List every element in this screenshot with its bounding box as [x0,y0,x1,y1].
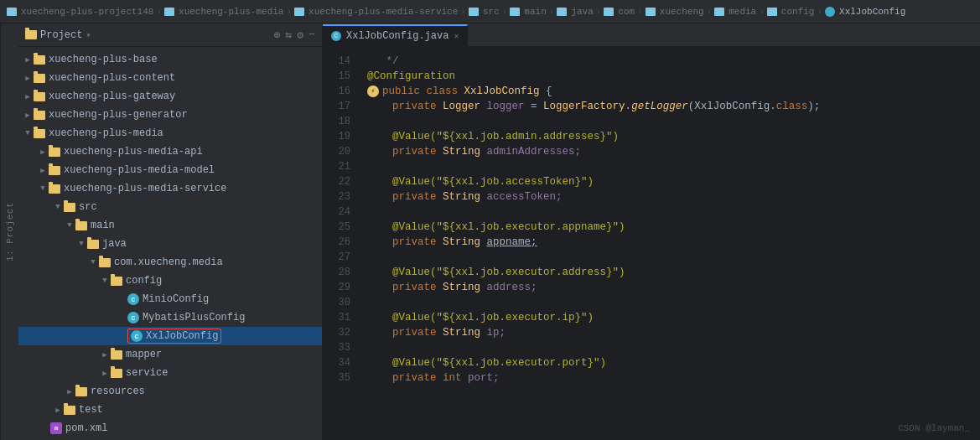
list-item[interactable]: ▼ xuecheng-plus-media-service [18,179,322,198]
list-item[interactable]: ▶ resources [18,382,322,401]
expand-arrow: ▶ [37,148,49,157]
add-item-icon[interactable]: ⊕ [274,28,281,42]
bc-media-pkg[interactable]: media [714,7,756,17]
list-item[interactable]: m pom.xml [18,419,322,437]
list-item[interactable]: ▶ xuecheng-plus-generator [18,106,322,124]
list-item[interactable]: ▼ java [18,235,322,253]
editor-tab-xxljobconfig[interactable]: C XxlJobConfig.java ✕ [323,24,468,46]
code-line: private String appname; [367,235,980,250]
expand-arrow: ▼ [52,203,64,211]
list-item[interactable]: C MybatisPlusConfig [18,308,322,327]
code-area[interactable]: */@Configuration⚡public class XxlJobConf… [360,47,980,440]
line-number: 33 [323,340,350,355]
class-icon: C [127,293,139,305]
code-token [367,280,392,295]
code-token: (XxlJobConfig. [688,99,776,114]
line-number: 30 [323,295,350,310]
list-item[interactable]: ▼ config [18,272,322,290]
code-token [367,99,392,114]
list-item[interactable]: C XxlJobConfig [18,327,322,345]
folder-icon [34,74,45,83]
bc-main[interactable]: main [510,7,546,17]
list-item[interactable]: ▶ test [18,401,322,419]
line-number: 32 [323,325,350,340]
list-item[interactable]: ▶ xuecheng-plus-content [18,69,322,87]
folder-icon [99,258,111,267]
bc-com[interactable]: com [604,7,635,17]
code-token: private [392,325,443,340]
code-token: adminAddresses; [487,144,582,159]
list-item[interactable]: C MinioConfig [18,290,322,308]
line-number: 24 [323,204,350,220]
bc-media-service[interactable]: xuecheng-plus-media-service [294,7,458,17]
bc-java[interactable]: java [557,7,593,17]
list-item[interactable]: ▶ xuecheng-plus-media-model [18,161,322,179]
bc-src[interactable]: src [469,7,500,17]
folder-icon-bc3 [294,8,304,16]
code-token: private [392,370,443,386]
line-number: 23 [323,189,350,204]
bc-xxljobconfig[interactable]: XxlJobConfig [825,7,905,17]
folder-icon [64,203,75,212]
file-tree-title: Project ▾ [25,29,91,41]
list-item[interactable]: ▼ xuecheng-plus-media [18,124,322,142]
code-token: private [392,144,443,159]
line-numbers: 1415161718192021222324252627282930313233… [323,47,360,440]
list-item[interactable]: ▶ xuecheng-plus-media-api [18,142,322,161]
expand-arrow: ▶ [99,369,111,378]
tab-close-button[interactable]: ✕ [454,31,459,41]
list-item[interactable]: ▶ xuecheng-plus-gateway [18,87,322,106]
code-line: @Value("${xxl.job.executor.address}") [367,265,980,280]
bc-xuecheng[interactable]: xuecheng [646,7,704,17]
folder-icon [49,184,60,194]
folder-icon-bc10 [767,8,777,16]
code-token [367,325,392,340]
list-item[interactable]: ▼ src [18,198,322,216]
file-tree-content[interactable]: ▶ xuecheng-plus-base ▶ xuecheng-plus-con… [18,47,322,440]
list-item[interactable]: ▶ mapper [18,345,322,364]
code-line: @Value("${xxl.job.executor.appname}") [367,220,980,235]
dropdown-icon[interactable]: ▾ [86,30,91,40]
line-number: 25 [323,220,350,235]
code-token: @Value("${xxl.job.executor.port}") [392,355,606,370]
folder-icon [111,277,122,286]
list-item[interactable]: ▼ com.xuecheng.media [18,253,322,272]
code-line [367,340,980,355]
code-token: @Value("${xxl.job.executor.appname}") [392,220,625,235]
line-number: 29 [323,280,350,295]
close-panel-icon[interactable]: − [309,28,315,41]
code-content[interactable]: 1415161718192021222324252627282930313233… [323,47,980,440]
code-token: Logger [443,99,487,114]
bc-config-pkg[interactable]: config [767,7,815,17]
folder-icon [64,406,75,415]
code-token: logger [487,99,525,114]
folder-icon-bc1 [7,8,17,16]
folder-icon [111,350,122,360]
folder-icon-bc7 [604,8,614,16]
code-token: { [540,84,552,99]
expand-arrow: ▶ [22,92,34,101]
code-token: class [776,99,808,114]
list-item[interactable]: ▶ xuecheng-plus-base [18,50,322,69]
bc-media[interactable]: xuecheng-plus-media [164,7,283,17]
code-token: accessToken; [487,189,563,204]
collapse-all-icon[interactable]: ⇆ [286,28,293,42]
code-token: public [382,84,427,99]
settings-icon[interactable]: ⚙ [297,28,303,42]
expand-arrow: ▶ [99,350,111,360]
code-token: private [392,280,443,295]
code-token: . [625,99,632,114]
xxljobconfig-label: XxlJobConfig [146,330,218,342]
expand-arrow: ▼ [99,277,111,285]
list-item[interactable]: ▼ main [18,216,322,235]
list-item[interactable]: ▶ service [18,364,322,382]
code-token: appname; [487,235,537,250]
folder-icon [34,129,45,138]
code-token: @Configuration [367,69,455,84]
code-token: String [443,325,487,340]
code-line: private String address; [367,280,980,295]
code-line: private Logger logger = LoggerFactory.ge… [367,99,980,114]
bc-project148[interactable]: xuecheng-plus-project148 [7,7,153,17]
code-token [367,189,392,204]
code-line: @Configuration [367,69,980,84]
